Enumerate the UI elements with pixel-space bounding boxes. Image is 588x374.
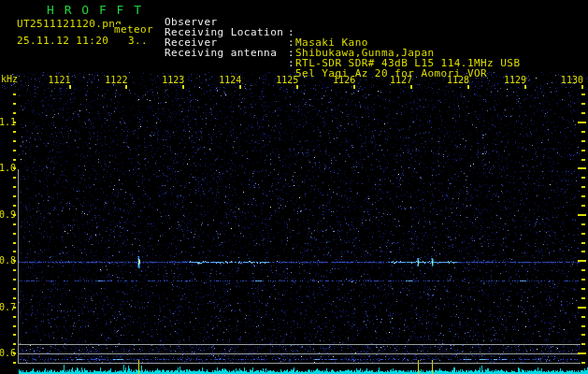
y-axis-tick-left (13, 325, 16, 327)
y-axis-tick-right (581, 297, 585, 299)
y-axis-tick-right (581, 112, 585, 114)
y-axis-tick-right (581, 269, 585, 271)
y-axis-tick-right (581, 223, 585, 225)
x-axis-tick-label: 1125 (274, 76, 298, 85)
y-axis-tick-right (581, 279, 585, 280)
x-axis-tick (581, 85, 583, 89)
y-axis-tick-right (581, 131, 585, 133)
x-axis-tick (296, 85, 298, 89)
x-axis-tick (467, 85, 469, 89)
y-axis-tick-right (578, 352, 586, 354)
y-axis-tick-right (581, 362, 585, 364)
y-axis-tick-right (581, 159, 585, 161)
x-axis-tick (182, 85, 184, 89)
x-axis-tick-label: 1129 (502, 76, 526, 85)
x-axis-tick (410, 85, 412, 89)
x-axis-tick (125, 85, 127, 89)
x-axis-tick-label: 1126 (331, 76, 355, 85)
y-axis-tick-right (578, 167, 586, 169)
y-axis-tick-right (581, 195, 585, 197)
trace-top-line (18, 363, 581, 364)
y-axis-tick-left (13, 343, 16, 345)
y-axis-unit-label: kHz (1, 74, 18, 84)
plot-left-border (18, 169, 19, 364)
y-axis-tick-right (581, 186, 585, 188)
x-axis-tick-label: 1130 (559, 76, 583, 85)
y-axis-tick-left (13, 316, 16, 318)
y-axis-tick-left (13, 103, 16, 105)
info-colon: : (288, 58, 294, 68)
y-axis-tick-left (13, 159, 16, 161)
info-row-antenna: Receiving antenna : 5el Yagi Az 20 for A… (0, 37, 588, 48)
y-axis-tick-right (581, 233, 585, 235)
y-axis-tick-left (13, 150, 16, 151)
y-axis-tick-right (581, 325, 585, 327)
x-axis-tick-label: 1123 (160, 76, 184, 85)
y-axis-tick-left (13, 186, 16, 188)
info-row-location: Receiving Location : Shibukawa,Gunma,Jap… (0, 17, 588, 27)
hrofft-window: H R O F F T UT2511121120.png meteor 25.1… (0, 0, 588, 374)
y-axis-tick-left (13, 288, 16, 290)
y-axis-tick-right (578, 214, 586, 216)
y-axis-tick-right (581, 334, 585, 336)
y-axis-tick-left (13, 205, 16, 207)
y-axis-tick-right (581, 94, 585, 95)
y-axis-tick-left (13, 94, 16, 95)
y-axis-tick-left (13, 352, 16, 354)
y-axis-tick-left (13, 214, 16, 216)
y-axis-tick-right (581, 288, 585, 290)
x-axis-tick-label: 1121 (47, 76, 71, 85)
y-axis-tick-left (13, 297, 16, 299)
y-axis-tick-left (13, 242, 16, 244)
y-axis-tick-right (581, 103, 585, 105)
y-axis-tick-left (13, 260, 16, 262)
y-axis-tick-right (581, 177, 585, 179)
info-row-observer: Observer : Masaki Kano (0, 7, 588, 17)
y-axis-tick-left (13, 140, 16, 142)
y-axis-tick-left (13, 334, 16, 336)
info-label: Receiving antenna (165, 48, 277, 58)
y-axis-tick-right (581, 140, 585, 142)
y-axis-tick-right (581, 316, 585, 318)
y-axis-tick-left (13, 223, 16, 225)
y-axis-tick-left (13, 122, 16, 123)
x-axis-tick (353, 85, 355, 89)
y-axis-tick-left (13, 233, 16, 235)
detect-band-upper-line (18, 344, 581, 345)
x-axis-tick-label: 1127 (388, 76, 412, 85)
y-axis-tick-left (13, 131, 16, 133)
x-axis-tick-label: 1128 (445, 76, 469, 85)
y-axis-tick-left (13, 112, 16, 114)
x-axis-tick (69, 85, 71, 89)
y-axis-tick-right (581, 251, 585, 252)
x-axis-tick-label: 1122 (103, 76, 127, 85)
x-axis-tick (239, 85, 241, 89)
y-axis-tick-left (13, 177, 16, 179)
y-axis-tick-left (13, 195, 16, 197)
y-axis-tick-right (581, 343, 585, 345)
y-axis-tick-left (13, 307, 16, 309)
y-axis-tick-left (13, 167, 16, 169)
y-axis-tick-left (13, 279, 16, 280)
y-axis-tick-right (581, 242, 585, 244)
y-axis-tick-left (13, 362, 16, 364)
y-axis-tick-right (578, 307, 586, 309)
info-row-receiver: Receiver : RTL-SDR SDR# 43dB L15 114.1MH… (0, 27, 588, 37)
y-axis-tick-right (578, 260, 586, 262)
y-axis-tick-right (581, 150, 585, 151)
y-axis-tick-left (13, 251, 16, 252)
detect-band-lower-line (18, 353, 581, 354)
y-axis-tick-left (13, 269, 16, 271)
y-axis-tick-right (581, 205, 585, 207)
y-axis-tick-right (578, 122, 586, 123)
x-axis-tick (524, 85, 526, 89)
x-axis-tick-label: 1124 (217, 76, 241, 85)
